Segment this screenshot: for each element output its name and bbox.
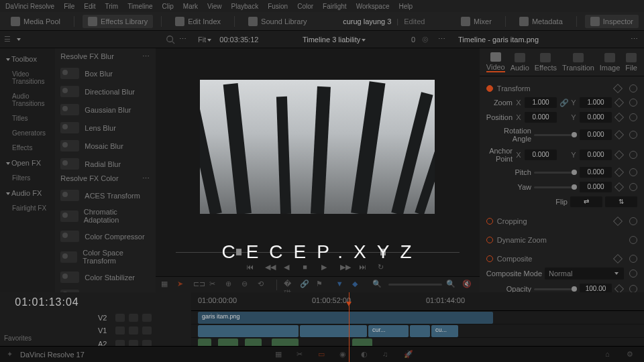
reset-icon[interactable] (629, 151, 637, 159)
menu-item[interactable]: Help (398, 3, 413, 10)
loop-button[interactable]: ↻ (378, 263, 388, 272)
enable-icon[interactable] (142, 314, 152, 322)
pos-x-input[interactable]: 0.000 (525, 112, 557, 123)
menu-item[interactable]: Fairlight (323, 3, 347, 10)
more-icon[interactable]: ⋯ (438, 35, 446, 44)
sidebar-item[interactable]: Effects (3, 141, 52, 154)
pitch-slider[interactable] (534, 172, 577, 174)
play-reverse-button[interactable]: ◀ (284, 263, 294, 272)
sidebar-item[interactable]: Video Transitions (3, 68, 52, 88)
fx-item[interactable]: Chromatic Adaptation (55, 204, 156, 227)
anchor-y-input[interactable]: 0.000 (580, 149, 612, 160)
clip[interactable]: garis itam.png (198, 312, 493, 324)
favorites-label[interactable]: Favorites (4, 335, 32, 342)
flip-h-button[interactable]: ⇄ (570, 196, 602, 207)
first-frame-button[interactable]: ⏮ (246, 263, 257, 272)
sound-library-button[interactable]: Sound Library (243, 15, 313, 28)
blade-tool-icon[interactable]: ✂ (209, 280, 221, 290)
reset-icon[interactable] (629, 217, 637, 225)
keyframe-icon[interactable] (614, 113, 624, 122)
composite-section[interactable]: Composite (486, 252, 637, 265)
replace-icon[interactable]: ⟲ (258, 280, 270, 290)
tab-image[interactable]: Image (600, 53, 621, 72)
menu-item[interactable]: Fusion (268, 3, 288, 10)
reset-icon[interactable] (629, 131, 637, 139)
reset-icon[interactable] (629, 99, 637, 107)
list-view-icon[interactable]: ☰ (4, 35, 13, 44)
opacity-input[interactable]: 100.00 (580, 284, 612, 292)
bypass-icon[interactable]: ◎ (422, 35, 431, 44)
zoom-out-icon[interactable]: 🔍 (372, 280, 384, 290)
inspector-button[interactable]: Inspector (585, 15, 639, 28)
track-header[interactable]: V2 (94, 311, 191, 324)
home-icon[interactable]: ⌂ (605, 350, 616, 359)
keyframe-icon[interactable] (614, 284, 624, 292)
tab-audio[interactable]: Audio (511, 53, 529, 72)
marker-icon[interactable]: ◆ (352, 280, 364, 290)
menu-item[interactable]: Edit (84, 3, 95, 10)
timeline-name-dropdown[interactable]: Timeline 3 liability (303, 36, 367, 44)
reset-icon[interactable] (629, 255, 637, 263)
marker-icon[interactable]: ▼ (336, 280, 348, 290)
tab-file[interactable]: File (625, 53, 637, 72)
snap-icon[interactable]: �磁 (284, 280, 296, 290)
fx-item[interactable]: Contrast Pop (55, 286, 156, 292)
timeline-ruler[interactable]: 01:00:00:00 01:00:52:00 01:01:44:00 (191, 292, 644, 311)
cut-page-icon[interactable]: ✂ (297, 350, 307, 359)
fx-item[interactable]: Radial Blur (55, 155, 156, 170)
fx-item[interactable]: Color Compressor (55, 227, 156, 245)
timeline-timecode[interactable]: 01:01:13:04 (15, 296, 79, 308)
composite-mode-dropdown[interactable]: Normal (545, 267, 624, 280)
keyframe-icon[interactable] (614, 150, 624, 160)
tab-video[interactable]: Video (486, 52, 505, 72)
next-button[interactable]: ▶▶ (340, 263, 351, 272)
keyframe-icon[interactable] (614, 182, 624, 192)
menu-item[interactable]: Trim (105, 3, 119, 10)
fx-item[interactable]: Directional Blur (55, 82, 156, 101)
zoom-slider[interactable] (388, 284, 442, 286)
flag-icon[interactable]: ⚑ (316, 280, 328, 290)
toolbox-header[interactable]: Toolbox (3, 52, 52, 66)
dynamic-zoom-section[interactable]: Dynamic Zoom (486, 233, 637, 247)
audiofx-header[interactable]: Audio FX (3, 186, 52, 200)
chevron-down-icon[interactable] (17, 38, 21, 41)
flip-v-button[interactable]: ⇅ (605, 196, 637, 207)
viewer-scrubber[interactable] (156, 245, 480, 259)
keyframe-icon[interactable] (614, 98, 624, 107)
metadata-button[interactable]: Metadata (514, 15, 568, 28)
clip[interactable] (410, 325, 430, 337)
reset-icon[interactable] (629, 285, 637, 292)
menu-item[interactable]: Color (297, 3, 313, 10)
play-button[interactable]: ▶ (321, 263, 332, 272)
keyframe-icon[interactable] (613, 84, 623, 93)
more-icon[interactable]: ⋯ (179, 35, 187, 44)
sidebar-item[interactable]: Titles (3, 112, 52, 125)
keyframe-icon[interactable] (613, 254, 623, 263)
fx-item[interactable]: Color Space Transform (55, 245, 156, 268)
transform-section[interactable]: Transform (486, 82, 637, 95)
yaw-input[interactable]: 0.000 (580, 182, 612, 192)
fx-item[interactable]: Box Blur (55, 64, 156, 82)
insert-icon[interactable]: ⊕ (225, 280, 237, 290)
menu-item[interactable]: Timeline (127, 3, 152, 10)
sidebar-item[interactable]: Filters (3, 172, 52, 184)
keyframe-icon[interactable] (614, 168, 624, 177)
reset-icon[interactable] (629, 269, 637, 278)
lock-icon[interactable] (115, 314, 125, 322)
fx-item[interactable]: Lens Blur (55, 119, 156, 137)
fairlight-page-icon[interactable]: ♫ (382, 350, 393, 359)
color-page-icon[interactable]: ◐ (361, 350, 372, 359)
opacity-slider[interactable] (534, 288, 577, 290)
more-icon[interactable]: ⋯ (631, 35, 639, 44)
keyframe-icon[interactable] (614, 130, 624, 139)
sidebar-item[interactable]: Audio Transitions (3, 90, 52, 110)
mixer-button[interactable]: Mixer (455, 15, 497, 28)
reset-icon[interactable] (629, 113, 637, 121)
menu-item[interactable]: Playback (231, 3, 259, 10)
menu-item[interactable]: Clip (162, 3, 174, 10)
rotation-slider[interactable] (534, 134, 577, 136)
edit-page-icon[interactable]: ▭ (318, 350, 329, 359)
playhead[interactable] (349, 292, 350, 362)
fx-item[interactable]: Gaussian Blur (55, 101, 156, 119)
pos-y-input[interactable]: 0.000 (580, 112, 612, 123)
